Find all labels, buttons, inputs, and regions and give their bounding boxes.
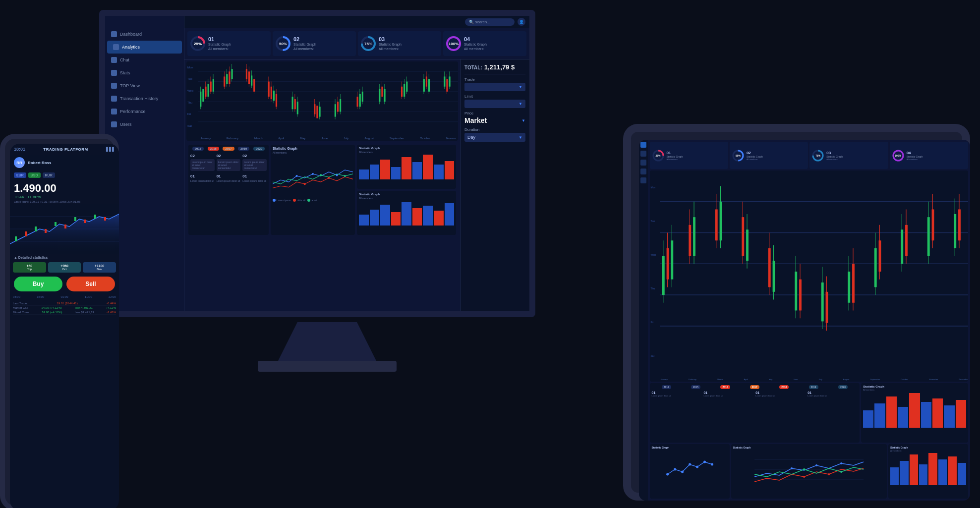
stat-label-4: Statistic Graph bbox=[464, 42, 487, 47]
stat-pill-val-2: +950 bbox=[50, 264, 79, 268]
timeline-text-3: Lorem ipsum dolor sit amet consectetur bbox=[242, 159, 267, 171]
tablet-day-thu: Thu bbox=[651, 287, 656, 290]
nav-strip-users[interactable] bbox=[640, 177, 646, 183]
tablet-year-2016: 2016 bbox=[720, 385, 730, 389]
legend-item-2: dolor sit bbox=[293, 199, 306, 202]
sidebar-item-txhistory[interactable]: Transaction History bbox=[105, 92, 184, 105]
phone-body: 18:01 TRADING PLATFORM ▋▋▋ RR Robert Ros… bbox=[0, 134, 119, 508]
t-month-may: May bbox=[769, 378, 773, 381]
legend-item-3: amet bbox=[307, 199, 317, 202]
nav-strip-dashboard[interactable] bbox=[640, 151, 646, 157]
tv-bar-1 bbox=[890, 467, 899, 485]
tablet-layout: 25% 01 Statistic Graph All members: bbox=[639, 140, 970, 501]
stats-icon bbox=[111, 70, 117, 76]
tablet-device: 25% 01 Statistic Graph All members: bbox=[623, 124, 970, 501]
timeline-sub-text-1: Lorem ipsum dolor sit bbox=[190, 179, 215, 182]
trade-row-1-price: 19:01 ($144.41) bbox=[57, 302, 77, 305]
svg-rect-116 bbox=[94, 215, 96, 219]
tablet-vert-bar-title: Statistic Graph bbox=[890, 446, 966, 449]
sidebar-item-users[interactable]: Users bbox=[105, 118, 184, 131]
svg-rect-46 bbox=[273, 91, 275, 101]
sell-button[interactable]: Sell bbox=[66, 277, 115, 291]
tab-usd[interactable]: USD bbox=[28, 172, 41, 178]
bar-b2 bbox=[370, 210, 380, 226]
time-label-5: 22:00 bbox=[109, 295, 116, 298]
trade-row-3-pct: -1.41% bbox=[107, 311, 116, 314]
charts-area: Mon Tue Wed Thu Fri Sat bbox=[184, 59, 460, 311]
tablet-year-2018: 2018 bbox=[779, 385, 789, 389]
time-label-2: 15:00 bbox=[37, 295, 44, 298]
svg-point-99 bbox=[312, 173, 314, 175]
month-apr: April bbox=[278, 137, 284, 140]
tablet-day-sat: Sat bbox=[651, 354, 656, 357]
timeline-item-2017: 02 Lorem ipsum dolor sit amet consectetu… bbox=[242, 154, 267, 171]
tablet-chart-svg bbox=[660, 170, 968, 373]
mini-bar-chart-content-2 bbox=[359, 201, 454, 226]
tablet-day-wed: Wed bbox=[651, 253, 656, 256]
tablet-stat-bar-title: Statistic Graph bbox=[863, 385, 966, 388]
tab-eur[interactable]: EUR bbox=[14, 172, 26, 178]
tablet-year-2015: 2015 bbox=[691, 385, 700, 389]
tablet-candlestick-chart: Mon Tue Wed Thu Fri Sat bbox=[650, 170, 968, 382]
buy-sell-row: Buy Sell bbox=[10, 274, 119, 294]
sidebar-item-performance[interactable]: Performance bbox=[105, 105, 184, 118]
sidebar-item-chat[interactable]: Chat bbox=[105, 54, 184, 66]
time-bar: 04:00 15:00 01:00 11:00 22:00 bbox=[10, 294, 119, 299]
nav-strip-analytics[interactable] bbox=[640, 142, 646, 148]
t-bar-2 bbox=[874, 403, 885, 428]
stat-num-4: 04 bbox=[464, 36, 487, 42]
phone-user-row: RR Robert Ross bbox=[10, 155, 119, 170]
bar-b3 bbox=[380, 205, 390, 226]
tablet-card-num-3: 03 bbox=[826, 151, 843, 155]
user-avatar-icon[interactable]: 👤 bbox=[518, 18, 525, 26]
chart-trade-row: Mon Tue Wed Thu Fri Sat bbox=[184, 59, 529, 311]
sidebar-item-stats[interactable]: Stats bbox=[105, 66, 184, 79]
svg-rect-44 bbox=[271, 87, 272, 99]
duration-dropdown[interactable]: Day ▼ bbox=[464, 133, 525, 142]
t-month-jul: July bbox=[818, 378, 822, 381]
timeline-num-01-1: 02 bbox=[190, 154, 215, 158]
tablet-donut-pct-3: 75% bbox=[815, 154, 820, 157]
t-bar-5 bbox=[909, 393, 920, 428]
svg-rect-113 bbox=[64, 225, 66, 228]
tablet-card-num-1: 01 bbox=[667, 151, 683, 155]
sidebar-item-analytics[interactable]: Analytics bbox=[107, 41, 182, 54]
trade-dropdown[interactable]: ▼ bbox=[464, 83, 525, 91]
sidebar-item-dashboard[interactable]: Dashboard bbox=[105, 28, 184, 41]
tv-bar-7 bbox=[948, 456, 956, 486]
trade-row-1-change: -0.44% bbox=[107, 302, 116, 305]
stat-pill-3: +1100 Nov bbox=[83, 262, 116, 273]
buy-button[interactable]: Buy bbox=[14, 277, 62, 291]
tab-rur[interactable]: RUR bbox=[43, 172, 55, 178]
mini-bar-title-1: Statistic Graph bbox=[359, 147, 454, 150]
nav-strip-stats[interactable] bbox=[640, 160, 646, 166]
perf-icon bbox=[111, 109, 117, 114]
year-badge-2015: 2015 bbox=[192, 147, 204, 151]
tablet-tl-3: 01 Lorem ipsum dolor sit bbox=[755, 391, 806, 397]
svg-rect-112 bbox=[55, 222, 57, 226]
time-label-3: 01:00 bbox=[60, 295, 68, 298]
svg-rect-161 bbox=[848, 272, 850, 303]
t-bar-9 bbox=[956, 400, 966, 428]
svg-rect-24 bbox=[213, 79, 214, 92]
search-input[interactable]: 🔍 search... bbox=[465, 18, 515, 26]
legend-dot-1 bbox=[273, 199, 276, 202]
sidebar-item-topview[interactable]: TOP View bbox=[105, 79, 184, 92]
svg-point-193 bbox=[840, 462, 842, 464]
nav-strip-chat[interactable] bbox=[640, 169, 646, 174]
stat-pill-val-1: +60 bbox=[15, 264, 44, 268]
tablet-nav-strip bbox=[639, 140, 648, 501]
limit-dropdown[interactable]: ▼ bbox=[464, 100, 525, 108]
bar-b6 bbox=[412, 208, 422, 226]
svg-point-184 bbox=[689, 463, 691, 466]
tablet-tl-num-3: 01 bbox=[755, 391, 806, 395]
svg-rect-163 bbox=[852, 264, 855, 302]
stat-sub-4: All members: bbox=[464, 47, 487, 51]
tablet-dot-svg bbox=[652, 450, 728, 484]
timeline-item-2014: 02 Lorem ipsum dolor sit amet consectetu… bbox=[190, 154, 215, 171]
tablet-vert-bar: Statistic Graph All members: bbox=[888, 444, 968, 499]
year-badge-2017: 2017 bbox=[223, 147, 234, 151]
currency-tabs: EUR USD RUR bbox=[10, 170, 119, 180]
svg-rect-177 bbox=[954, 214, 956, 248]
legend-dot-2 bbox=[293, 199, 296, 202]
